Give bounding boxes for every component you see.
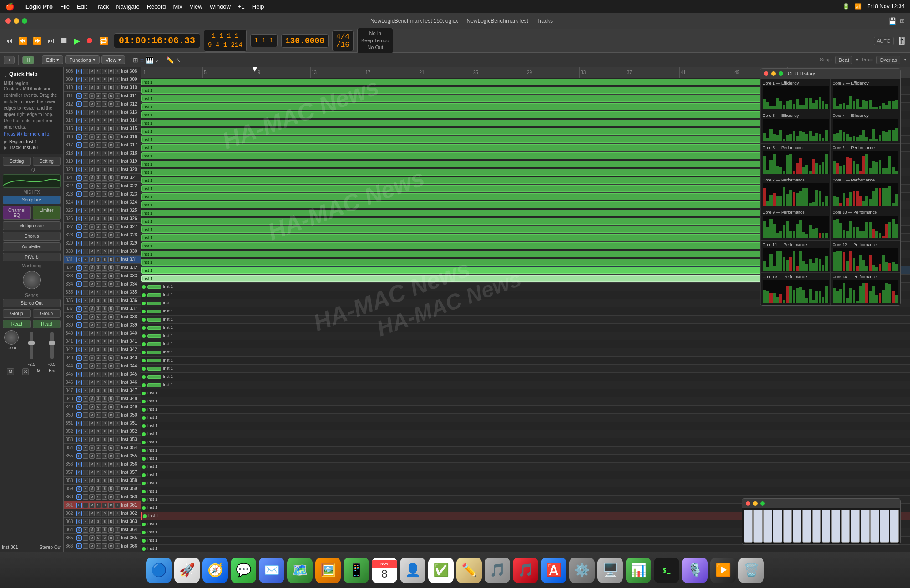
track-m-340[interactable]: M	[89, 331, 95, 336]
track-mute-354[interactable]: C	[76, 445, 82, 451]
dock-launchpad[interactable]: 🚀	[174, 558, 200, 583]
track-r-322[interactable]: R	[108, 183, 114, 189]
track-header-349[interactable]: 349 C H M S 8 R I Inst 349	[64, 403, 141, 411]
track-i-366[interactable]: I	[115, 543, 120, 549]
track-mute-321[interactable]: C	[76, 175, 82, 181]
track-s-311[interactable]: S	[96, 93, 101, 99]
go-to-beginning-button[interactable]: ⏭	[46, 35, 56, 47]
drag-value[interactable]: Overlap	[876, 56, 900, 64]
main-fader-knob[interactable]	[4, 330, 19, 345]
track-8-340[interactable]: 8	[102, 331, 107, 336]
track-m-341[interactable]: M	[89, 339, 95, 344]
arrange-row-365[interactable]: Inst 1	[141, 545, 910, 552]
track-s-344[interactable]: S	[96, 363, 101, 369]
track-mute-337[interactable]: C	[76, 306, 82, 312]
track-mute-319[interactable]: C	[76, 159, 82, 164]
fader-2[interactable]	[50, 332, 54, 359]
track-i-336[interactable]: I	[115, 298, 120, 303]
track-r-327[interactable]: R	[108, 224, 114, 230]
piano-white-key-7[interactable]	[812, 510, 821, 543]
track-s-333[interactable]: S	[96, 273, 101, 279]
track-s-360[interactable]: S	[96, 494, 101, 500]
mini-region-342[interactable]	[147, 359, 161, 362]
track-s-316[interactable]: S	[96, 134, 101, 140]
track-mute-349[interactable]: C	[76, 404, 82, 410]
track-solo-308[interactable]: H	[83, 69, 88, 74]
track-solo-360[interactable]: H	[83, 494, 88, 500]
track-8-319[interactable]: 8	[102, 159, 107, 164]
mini-region-345[interactable]	[147, 383, 161, 387]
track-s-320[interactable]: S	[96, 167, 101, 172]
track-s-339[interactable]: S	[96, 322, 101, 328]
track-m-338[interactable]: M	[89, 314, 95, 320]
track-r-350[interactable]: R	[108, 412, 114, 418]
autofilter-slot[interactable]: AutoFilter	[3, 242, 61, 251]
stereo-out-slot[interactable]: Stereo Out	[3, 299, 61, 307]
dock-maps[interactable]: 🗺️	[287, 558, 313, 583]
track-i-345[interactable]: I	[115, 372, 120, 377]
track-i-350[interactable]: I	[115, 412, 120, 418]
arrange-row-340[interactable]: Inst 1	[141, 340, 910, 348]
track-header-359[interactable]: 359 C H M S 8 R I Inst 359	[64, 485, 141, 493]
track-s-350[interactable]: S	[96, 412, 101, 418]
track-m-333[interactable]: M	[89, 273, 95, 279]
track-header-357[interactable]: 357 C H M S 8 R I Inst 357	[64, 468, 141, 477]
track-mute-344[interactable]: C	[76, 363, 82, 369]
track-s-323[interactable]: S	[96, 191, 101, 197]
auto-button[interactable]: AUTO	[874, 37, 894, 45]
track-m-352[interactable]: M	[89, 429, 95, 434]
track-m-324[interactable]: M	[89, 200, 95, 205]
track-r-338[interactable]: R	[108, 314, 114, 320]
menu-record[interactable]: Record	[147, 3, 166, 10]
track-header-339[interactable]: 339 C H M S 8 R I Inst 339	[64, 321, 141, 329]
track-8-318[interactable]: 8	[102, 151, 107, 156]
track-mute-341[interactable]: C	[76, 339, 82, 344]
mini-region-338[interactable]	[147, 326, 161, 330]
track-8-352[interactable]: 8	[102, 429, 107, 434]
track-solo-346[interactable]: H	[83, 380, 88, 385]
track-r-344[interactable]: R	[108, 363, 114, 369]
track-s-355[interactable]: S	[96, 453, 101, 459]
track-8-346[interactable]: 8	[102, 380, 107, 385]
track-solo-322[interactable]: H	[83, 183, 88, 189]
track-m-355[interactable]: M	[89, 453, 95, 459]
track-header-347[interactable]: 347 C H M S 8 R I Inst 347	[64, 387, 141, 395]
track-r-309[interactable]: R	[108, 77, 114, 82]
piano-close-icon[interactable]	[746, 501, 750, 506]
track-solo-337[interactable]: H	[83, 306, 88, 312]
track-8-358[interactable]: 8	[102, 478, 107, 483]
track-m-342[interactable]: M	[89, 347, 95, 352]
track-m-336[interactable]: M	[89, 298, 95, 303]
track-8-321[interactable]: 8	[102, 175, 107, 181]
track-solo-336[interactable]: H	[83, 298, 88, 303]
midi-tool-button[interactable]: H	[22, 56, 34, 64]
track-mute-366[interactable]: C	[76, 543, 82, 549]
track-i-363[interactable]: I	[115, 519, 120, 524]
track-s-328[interactable]: S	[96, 232, 101, 238]
dock-photos[interactable]: 🖼️	[315, 558, 341, 583]
menu-edit[interactable]: Edit	[77, 3, 87, 10]
track-m-313[interactable]: M	[89, 110, 95, 115]
track-solo-338[interactable]: H	[83, 314, 88, 320]
track-header-328[interactable]: 328 C H M S 8 R I Inst 328	[64, 231, 141, 239]
track-i-351[interactable]: I	[115, 421, 120, 426]
arrange-row-351[interactable]: Inst 1	[141, 430, 910, 438]
track-header-358[interactable]: 358 C H M S 8 R I Inst 358	[64, 477, 141, 485]
track-solo-341[interactable]: H	[83, 339, 88, 344]
new-track-button[interactable]: +	[4, 56, 15, 64]
track-m-314[interactable]: M	[89, 118, 95, 123]
track-i-310[interactable]: I	[115, 85, 120, 90]
dock-finder-2[interactable]: 🖥️	[597, 558, 623, 583]
track-r-356[interactable]: R	[108, 462, 114, 467]
track-solo-344[interactable]: H	[83, 363, 88, 369]
stop-button[interactable]: ⏹	[58, 34, 70, 47]
track-i-360[interactable]: I	[115, 494, 120, 500]
arrange-row-336[interactable]: Inst 1	[141, 307, 910, 316]
track-r-357[interactable]: R	[108, 470, 114, 475]
track-mute-359[interactable]: C	[76, 486, 82, 492]
track-8-361[interactable]: 8	[102, 503, 107, 508]
track-mute-335[interactable]: C	[76, 290, 82, 295]
piano-white-key-2[interactable]	[763, 510, 772, 543]
track-r-315[interactable]: R	[108, 126, 114, 131]
piano-minimize-icon[interactable]	[753, 501, 758, 506]
